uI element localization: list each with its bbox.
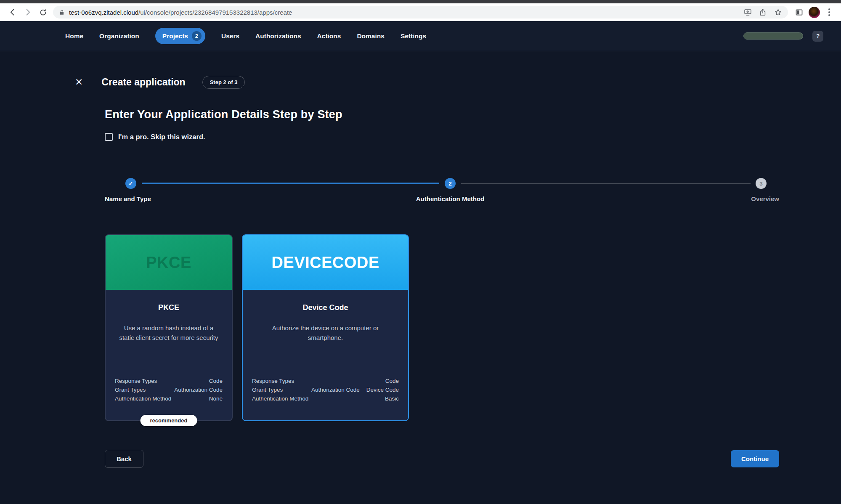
continue-button[interactable]: Continue [731, 450, 779, 467]
skip-wizard-row[interactable]: I'm a pro. Skip this wizard. [105, 133, 779, 141]
nav-item-users[interactable]: Users [221, 32, 239, 40]
step-2-label: Authentication Method [416, 195, 484, 202]
console-nav: Home Organization Projects 2 Users Autho… [0, 21, 841, 51]
nav-item-authorizations[interactable]: Authorizations [255, 32, 301, 40]
skip-wizard-checkbox[interactable] [105, 133, 113, 141]
detail-label: Authentication Method [115, 395, 171, 402]
nav-item-home[interactable]: Home [65, 32, 83, 40]
detail-label: Response Types [115, 378, 157, 384]
detail-value: Device Code [366, 387, 399, 393]
step-3-circle: 3 [756, 178, 767, 189]
page-title: Create application [101, 77, 185, 88]
recommended-badge: recommended [141, 415, 197, 426]
step-1-label: Name and Type [105, 195, 151, 202]
detail-row: Grant Types Authorization Code Device Co… [252, 387, 399, 393]
skip-wizard-label: I'm a pro. Skip this wizard. [118, 133, 205, 141]
bookmark-star-icon[interactable] [770, 5, 785, 19]
auth-method-card-pkce[interactable]: PKCE PKCE Use a random hash instead of a… [105, 234, 233, 421]
step-3-label: Overview [751, 195, 779, 202]
back-button[interactable]: Back [105, 450, 143, 468]
detail-row: Response Types Code [115, 378, 223, 384]
detail-value: Authorization Code [311, 387, 360, 393]
wizard-heading: Enter Your Application Details Step by S… [105, 108, 779, 121]
browser-tab-strip [0, 0, 841, 3]
detail-value: Basic [385, 395, 399, 402]
wizard-stepper: ✓ 2 3 Name and Type Authentication Metho… [105, 178, 779, 205]
avatar [809, 7, 820, 18]
nav-item-projects[interactable]: Projects 2 [155, 28, 205, 44]
lock-icon [59, 9, 65, 16]
nav-item-settings[interactable]: Settings [401, 32, 426, 40]
org-context-placeholder[interactable] [743, 32, 803, 40]
devicecode-card-title: Device Code [252, 303, 399, 312]
browser-menu-icon[interactable] [822, 5, 837, 19]
step-progress-badge: Step 2 of 3 [202, 76, 245, 89]
url-path: /ui/console/projects/232684979153322813/… [138, 9, 292, 16]
side-panel-icon[interactable] [791, 5, 807, 19]
detail-value: Code [385, 378, 399, 384]
detail-value: None [209, 395, 223, 402]
wizard-header: ✕ Create application Step 2 of 3 [75, 76, 779, 89]
back-icon[interactable] [5, 5, 20, 19]
stepper-line-completed [142, 183, 439, 184]
detail-row: Authentication Method Basic [252, 395, 399, 402]
pkce-card-title: PKCE [115, 303, 223, 312]
close-icon[interactable]: ✕ [75, 77, 83, 87]
forward-icon[interactable] [20, 5, 35, 19]
detail-value: Authorization Code [174, 387, 223, 393]
detail-row: Authentication Method None [115, 395, 223, 402]
pkce-banner: PKCE [106, 235, 232, 290]
stepper-line-upcoming [461, 183, 751, 184]
projects-count-badge: 2 [192, 31, 202, 41]
nav-item-projects-label: Projects [162, 32, 188, 40]
detail-label: Grant Types [252, 387, 283, 393]
detail-row: Grant Types Authorization Code [115, 387, 223, 393]
pkce-card-description: Use a random hash instead of a static cl… [115, 323, 223, 342]
auth-method-cards: PKCE PKCE Use a random hash instead of a… [105, 234, 779, 421]
devicecode-card-body: Device Code Authorize the device on a co… [243, 290, 408, 420]
devicecode-banner: DEVICECODE [243, 235, 408, 290]
help-button[interactable]: ? [812, 31, 823, 42]
main-content: ✕ Create application Step 2 of 3 Enter Y… [0, 51, 841, 468]
browser-toolbar: test-0o6zvq.zitadel.cloud/ui/console/pro… [0, 3, 841, 21]
step-1-circle-check-icon: ✓ [125, 178, 136, 189]
detail-label: Authentication Method [252, 395, 308, 402]
nav-item-domains[interactable]: Domains [357, 32, 384, 40]
detail-label: Grant Types [115, 387, 146, 393]
detail-row: Response Types Code [252, 378, 399, 384]
share-icon[interactable] [755, 5, 770, 19]
pkce-card-details: Response Types Code Grant Types Authoriz… [115, 378, 223, 402]
devicecode-card-details: Response Types Code Grant Types Authoriz… [252, 378, 399, 402]
nav-item-actions[interactable]: Actions [317, 32, 341, 40]
wizard-actions: Back Continue [105, 450, 779, 468]
step-2-circle: 2 [445, 178, 456, 189]
url-domain: test-0o6zvq.zitadel.cloud [69, 9, 138, 16]
install-app-icon[interactable] [740, 5, 755, 19]
pkce-card-body: PKCE Use a random hash instead of a stat… [106, 290, 232, 420]
auth-method-card-devicecode[interactable]: DEVICECODE Device Code Authorize the dev… [242, 234, 409, 421]
url-bar[interactable]: test-0o6zvq.zitadel.cloud/ui/console/pro… [53, 6, 788, 19]
detail-value: Code [209, 378, 223, 384]
profile-avatar[interactable] [807, 5, 822, 19]
devicecode-card-description: Authorize the device on a computer or sm… [252, 323, 399, 342]
nav-item-organization[interactable]: Organization [99, 32, 139, 40]
wizard-body: Enter Your Application Details Step by S… [105, 108, 779, 468]
reload-icon[interactable] [35, 5, 50, 19]
detail-label: Response Types [252, 378, 294, 384]
